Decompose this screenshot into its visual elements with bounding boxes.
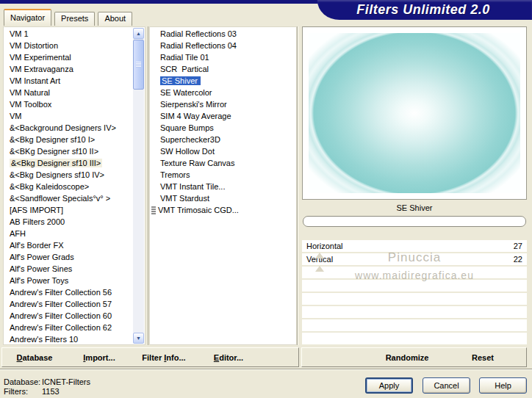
list-item[interactable]: Alf's Power Sines bbox=[4, 263, 133, 275]
list-item-label: VMT Instant Tile... bbox=[160, 182, 225, 191]
list-item-label: VM Distortion bbox=[10, 41, 58, 50]
database-value: ICNET-Filters bbox=[42, 377, 90, 386]
title-banner: Filters Unlimited 2.0 bbox=[317, 0, 532, 20]
list-item[interactable]: Andrew's Filter Collection 62 bbox=[4, 322, 133, 333]
list-item-label: VM Experimental bbox=[10, 53, 71, 62]
slider-row-empty[interactable] bbox=[302, 333, 527, 344]
list-item-label: Andrew's Filters 10 bbox=[10, 335, 78, 344]
list-item[interactable]: Alf's Power Grads bbox=[4, 251, 133, 263]
list-item[interactable]: Square Bumps bbox=[150, 122, 296, 134]
list-item[interactable]: Andrew's Filters 10 bbox=[4, 333, 133, 344]
list-item[interactable]: Radial Tile 01 bbox=[150, 51, 296, 63]
toolbar-right: RandomizeReset bbox=[301, 347, 527, 367]
list-item[interactable]: VM Instant Art bbox=[4, 75, 133, 87]
list-item[interactable]: VM Distortion bbox=[4, 40, 133, 51]
scroll-down-button[interactable]: ▼ bbox=[133, 333, 144, 344]
list-item[interactable]: VMT Stardust bbox=[150, 192, 296, 204]
slider-row-empty[interactable] bbox=[302, 280, 527, 292]
help-button[interactable]: Help bbox=[479, 377, 527, 394]
list-item[interactable]: Sierpenski's Mirror bbox=[150, 98, 296, 110]
list-item-label: VM Instant Art bbox=[10, 76, 60, 85]
list-item[interactable]: Texture Raw Canvas bbox=[150, 157, 296, 169]
toolbar-button-filter-info[interactable]: Filter Info... bbox=[132, 353, 196, 362]
list-item-label: Andrew's Filter Collection 56 bbox=[10, 288, 112, 297]
scroll-up-button[interactable]: ▲ bbox=[133, 28, 144, 39]
slider-row-empty[interactable] bbox=[302, 293, 527, 305]
list-item[interactable]: SE Watercolor bbox=[150, 87, 296, 98]
preview-frame bbox=[302, 26, 527, 200]
slider-row[interactable]: Horizontal27 bbox=[302, 240, 527, 252]
list-item[interactable]: Andrew's Filter Collection 57 bbox=[4, 298, 133, 310]
list-item[interactable]: Tremors bbox=[150, 169, 296, 181]
tab-label: Navigator bbox=[10, 13, 45, 22]
list-item[interactable]: VM Natural bbox=[4, 87, 133, 98]
list-item[interactable]: VM Experimental bbox=[4, 51, 133, 63]
app-title: Filters Unlimited 2.0 bbox=[317, 2, 529, 18]
list-item[interactable]: &<BKg Designer sf10 II> bbox=[4, 145, 133, 157]
list-item[interactable]: VMT Trimosaic CGD... bbox=[150, 204, 296, 216]
apply-button[interactable]: Apply bbox=[365, 377, 413, 394]
list-item[interactable]: VMT Instant Tile... bbox=[150, 181, 296, 192]
list-item-label: &<Bkg Kaleidoscope> bbox=[10, 182, 89, 191]
toolbar-button-editor[interactable]: Editor... bbox=[196, 353, 261, 362]
list-item-label: VM Toolbox bbox=[10, 100, 51, 109]
list-item[interactable]: &<Background Designers IV> bbox=[4, 122, 133, 134]
slider-thumb[interactable] bbox=[315, 253, 324, 258]
list-item[interactable]: SE Shiver bbox=[150, 75, 296, 87]
list-item[interactable]: AB Filters 2000 bbox=[4, 216, 133, 228]
list-item[interactable]: AFH bbox=[4, 228, 133, 239]
list-item[interactable]: SCR Partical bbox=[150, 63, 296, 75]
list-item[interactable]: SIM 4 Way Average bbox=[150, 110, 296, 122]
list-item-label: &<Background Designers IV> bbox=[10, 123, 116, 132]
list-item[interactable]: &<Sandflower Specials°v° > bbox=[4, 192, 133, 204]
list-item-label: Square Bumps bbox=[160, 123, 214, 132]
list-item[interactable]: &<Bkg Designers sf10 IV> bbox=[4, 169, 133, 181]
toolbar-button-randomize[interactable]: Randomize bbox=[370, 353, 444, 362]
tab-bar: NavigatorPresetsAbout bbox=[4, 9, 132, 26]
list-item-label: SE Shiver bbox=[160, 76, 201, 85]
list-item[interactable]: VM bbox=[4, 110, 133, 122]
list-item[interactable]: Alf's Power Toys bbox=[4, 275, 133, 286]
list-item[interactable]: SW Hollow Dot bbox=[150, 145, 296, 157]
toolbar-button-reset[interactable]: Reset bbox=[457, 353, 508, 362]
slider-thumb[interactable] bbox=[315, 266, 324, 272]
list-item[interactable]: Andrew's Filter Collection 56 bbox=[4, 286, 133, 298]
slider-row-empty[interactable] bbox=[302, 267, 527, 278]
category-scrollbar[interactable]: ▲ ▼ bbox=[133, 28, 144, 344]
list-item-label: &<Bkg Designer sf10 III> bbox=[10, 159, 102, 167]
slider-row-empty[interactable] bbox=[302, 306, 527, 318]
list-item[interactable]: &<Bkg Kaleidoscope> bbox=[4, 181, 133, 192]
list-item-label: Radial Tile 01 bbox=[160, 53, 209, 62]
list-item[interactable]: Alf's Border FX bbox=[4, 239, 133, 251]
list-item[interactable]: &<Bkg Designer sf10 III> bbox=[4, 157, 133, 169]
list-item[interactable]: Radial Reflections 03 bbox=[150, 28, 296, 40]
scrollbar-thumb[interactable] bbox=[133, 40, 144, 90]
list-item-label: Alf's Border FX bbox=[10, 241, 64, 250]
list-item[interactable]: VM 1 bbox=[4, 28, 133, 40]
slider-row-empty[interactable] bbox=[302, 319, 527, 331]
list-item-label: Alf's Power Sines bbox=[10, 264, 72, 273]
list-item[interactable]: VM Toolbox bbox=[4, 98, 133, 110]
cancel-button[interactable]: Cancel bbox=[423, 377, 470, 394]
slider-value: 22 bbox=[514, 253, 522, 265]
list-item-label: &<BKg Designer sf10 II> bbox=[10, 147, 98, 156]
tab-about[interactable]: About bbox=[98, 12, 132, 26]
list-item-label: Alf's Power Grads bbox=[10, 253, 74, 261]
list-item-label: Andrew's Filter Collection 62 bbox=[10, 323, 112, 332]
list-item[interactable]: &<Bkg Designer sf10 I> bbox=[4, 134, 133, 145]
list-item[interactable]: Radial Reflections 04 bbox=[150, 40, 296, 51]
toolbar-left: DatabaseImport...Filter Info...Editor... bbox=[1, 347, 299, 367]
tab-presets[interactable]: Presets bbox=[54, 12, 95, 26]
slider-row[interactable]: Vertical22 bbox=[302, 253, 527, 265]
list-item[interactable]: VM Extravaganza bbox=[4, 63, 133, 75]
filter-list-panel: Radial Reflections 03Radial Reflections … bbox=[149, 26, 297, 345]
tab-navigator[interactable]: Navigator bbox=[4, 9, 51, 26]
toolbar-button-import[interactable]: Import... bbox=[67, 353, 132, 362]
filter-preview-image bbox=[309, 33, 520, 193]
toolbar-button-database[interactable]: Database bbox=[2, 353, 67, 362]
list-item[interactable]: [AFS IMPORT] bbox=[4, 204, 133, 216]
list-item-label: VM Natural bbox=[10, 88, 50, 97]
list-item[interactable]: Superchecker3D bbox=[150, 134, 296, 145]
list-item-label: VM 1 bbox=[10, 29, 29, 38]
list-item[interactable]: Andrew's Filter Collection 60 bbox=[4, 310, 133, 322]
